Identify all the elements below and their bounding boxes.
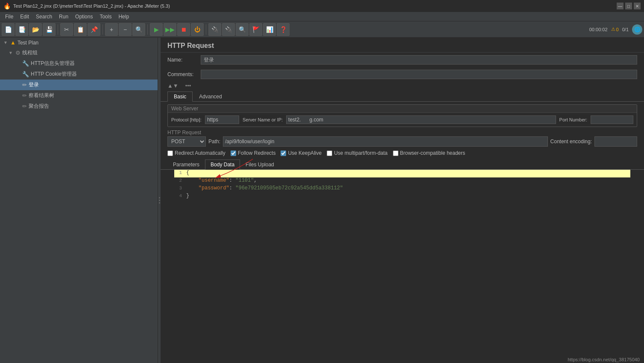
search-toolbar-button[interactable]: 🔍 (132, 23, 145, 36)
status-bar: https://blog.csdn.net/qq_38175040 (563, 356, 644, 363)
redirect-auto-checkbox[interactable]: Redirect Automatically (167, 150, 225, 156)
follow-redirects-input[interactable] (231, 151, 236, 156)
http-cookie-label: HTTP Cookie管理器 (31, 71, 77, 78)
method-select[interactable]: POST GET PUT DELETE (167, 136, 206, 147)
line-content-4: } (184, 193, 630, 201)
line-content-1: { (184, 170, 630, 177)
name-input[interactable] (201, 55, 637, 65)
keep-alive-input[interactable] (281, 151, 286, 156)
code-line-1: 1 { (174, 170, 630, 177)
sep2 (102, 24, 103, 35)
menu-file[interactable]: File (2, 13, 17, 21)
multipart-checkbox[interactable]: Use multipart/form-data (327, 150, 387, 156)
sidebar-item-aggregate[interactable]: ✏ 聚合报告 (0, 101, 158, 112)
menu-search[interactable]: Search (32, 13, 56, 21)
collapse-arrows: ▲▼ (167, 83, 179, 89)
protocol-input[interactable] (205, 115, 239, 124)
tab-files-upload[interactable]: Files Upload (240, 159, 280, 169)
open-button[interactable]: 📂 (29, 23, 42, 36)
sep1 (58, 24, 58, 35)
follow-redirects-checkbox[interactable]: Follow Redirects (231, 150, 276, 156)
open-templates-button[interactable]: 📑 (15, 23, 28, 36)
follow-redirects-label: Follow Redirects (238, 150, 276, 156)
warning-icon: ⚠ (611, 27, 615, 32)
clear-button[interactable]: 🚩 (249, 23, 262, 36)
http-cookie-icon: 🔧 (22, 71, 29, 77)
copy-button[interactable]: 📋 (74, 23, 87, 36)
tab-advanced[interactable]: Advanced (193, 91, 228, 101)
close-button[interactable]: ✕ (634, 3, 641, 9)
code-editor[interactable]: 1 { 2 "username": "1101", 3 (174, 170, 630, 201)
name-row: Name: (161, 53, 644, 67)
stop-button[interactable]: ⏹ (177, 23, 190, 36)
thread-group-icon: ⚙ (15, 50, 20, 56)
menu-tools[interactable]: Tools (96, 13, 115, 21)
server-name-input[interactable] (286, 115, 556, 124)
menu-run[interactable]: Run (56, 13, 72, 21)
sidebar-item-thread-group[interactable]: ▼ ⚙ 线程组 (0, 47, 158, 58)
login-icon: ✏ (22, 82, 27, 88)
comma-1: , (254, 177, 257, 183)
encoding-label: Content encoding: (550, 139, 592, 145)
collapse-button[interactable]: − (119, 23, 132, 36)
line-num-2: 2 (174, 177, 184, 185)
sep4 (206, 24, 206, 35)
start-button[interactable]: ▶ (150, 23, 163, 36)
editor-empty-space[interactable] (167, 201, 637, 329)
sidebar-item-http-cookie[interactable]: 🔧 HTTP Cookie管理器 (0, 69, 158, 80)
encoding-input[interactable] (594, 136, 637, 147)
server-row: Protocol [http]: Server Name or IP: Port… (171, 115, 633, 124)
tab-body-data[interactable]: Body Data (205, 159, 240, 170)
code-line-4: 4 } (174, 193, 630, 201)
cut-button[interactable]: ✂ (60, 23, 73, 36)
server-name-label: Server Name or IP: (243, 117, 283, 122)
browser-compat-checkbox[interactable]: Browser-compatible headers (393, 150, 465, 156)
elapsed-time: 00:00:02 (589, 27, 608, 32)
sidebar-item-login[interactable]: ✏ 登录 (0, 80, 158, 90)
redirect-auto-input[interactable] (167, 151, 173, 156)
maximize-button[interactable]: □ (625, 3, 632, 9)
sidebar-item-test-plan[interactable]: ▼ ▲ Test Plan (0, 38, 158, 47)
path-input[interactable] (223, 136, 548, 147)
name-label: Name: (167, 57, 197, 63)
help-button[interactable]: ❓ (277, 23, 290, 36)
comments-input[interactable] (201, 70, 637, 79)
shutdown-button[interactable]: ⏻ (191, 23, 204, 36)
port-label: Port Number: (559, 117, 587, 122)
sidebar-item-http-header[interactable]: 🔧 HTTP信息头管理器 (0, 58, 158, 69)
new-button[interactable]: 📄 (2, 23, 15, 36)
function-helper-button[interactable]: 📊 (263, 23, 276, 36)
remote-clear-button[interactable]: 🔍 (236, 23, 249, 36)
remote-start-button[interactable]: 🔌 (208, 23, 221, 36)
expand-button[interactable]: + (105, 23, 118, 36)
tab-parameters[interactable]: Parameters (167, 159, 205, 169)
annotation-container: 1 { 2 "username": "1101", 3 (167, 170, 637, 201)
remote-stop-button[interactable]: 🔌 (222, 23, 235, 36)
multipart-input[interactable] (327, 151, 332, 156)
keep-alive-checkbox[interactable]: Use KeepAlive (281, 150, 322, 156)
window-controls[interactable]: — □ ✕ (617, 3, 641, 9)
menu-bar: File Edit Search Run Options Tools Help (0, 12, 644, 21)
tab-basic[interactable]: Basic (167, 91, 193, 102)
line-num-1: 1 (174, 170, 184, 177)
line-content-3: "password": "96e792109505eb72c92a545dd5a… (184, 185, 630, 193)
minimize-button[interactable]: — (617, 3, 624, 9)
save-button[interactable]: 💾 (43, 23, 56, 36)
menu-help[interactable]: Help (115, 13, 132, 21)
start-no-pause-button[interactable]: ▶▶ (164, 23, 176, 36)
line-num-3: 3 (174, 185, 184, 193)
request-row: POST GET PUT DELETE Path: Content encodi… (167, 136, 637, 147)
menu-edit[interactable]: Edit (17, 13, 32, 21)
code-line-3: 3 "password": "96e792109505eb72c92a545dd… (174, 185, 630, 193)
browser-compat-input[interactable] (393, 151, 398, 156)
toolbar: 📄 📑 📂 💾 ✂ 📋 📌 + − 🔍 ▶ ▶▶ ⏹ ⏻ 🔌 🔌 🔍 🚩 📊 ❓… (0, 21, 644, 38)
aggregate-icon: ✏ (22, 103, 27, 109)
title-bar: 🔥 Test Plan12_2.jmx (D:\jmeterTest\Test … (0, 0, 644, 12)
paste-button[interactable]: 📌 (88, 23, 100, 36)
key-username: "username" (199, 177, 229, 183)
toggle-icon: ▼ (9, 50, 14, 55)
checkboxes-row: Redirect Automatically Follow Redirects … (161, 148, 644, 158)
port-input[interactable] (591, 115, 633, 124)
sidebar-item-view-tree[interactable]: ✏ 察看结果树 (0, 90, 158, 101)
menu-options[interactable]: Options (72, 13, 96, 21)
